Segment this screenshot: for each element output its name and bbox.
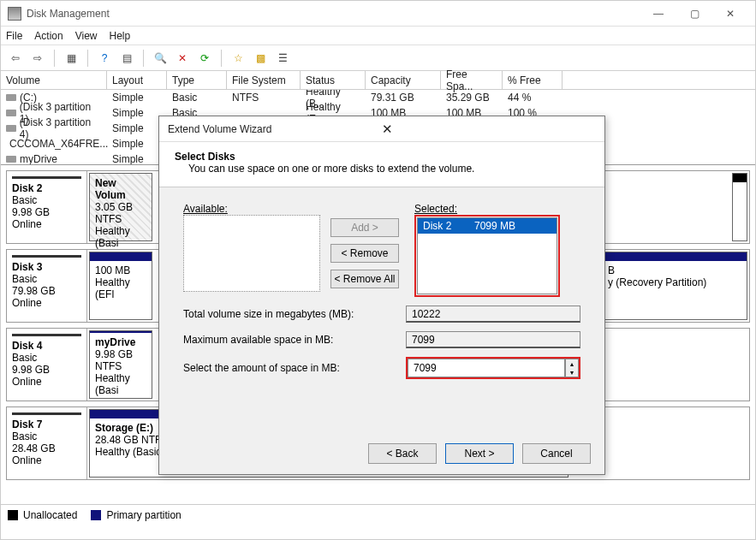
remove-button[interactable]: < Remove: [330, 244, 399, 263]
back-button[interactable]: < Back: [368, 443, 437, 464]
dialog-close-icon[interactable]: ✕: [382, 122, 596, 137]
properties-icon[interactable]: ▤: [117, 49, 136, 68]
swatch-unallocated-icon: [8, 510, 18, 520]
col-pct[interactable]: % Free: [503, 71, 563, 89]
col-type[interactable]: Type: [167, 71, 227, 89]
volume-icon: [6, 94, 16, 101]
dialog-footer: < Back Next > Cancel: [159, 433, 604, 474]
legend-primary: Primary partition: [106, 509, 181, 521]
menu-view[interactable]: View: [75, 30, 98, 42]
table-icon[interactable]: ▦: [62, 49, 80, 68]
col-status[interactable]: Status: [301, 71, 366, 89]
spin-up-icon[interactable]: ▲: [566, 359, 578, 368]
partition[interactable]: [732, 173, 747, 241]
selected-highlight: Disk 2 7099 MB: [414, 215, 560, 297]
menu-action[interactable]: Action: [34, 30, 63, 42]
open-icon[interactable]: ▩: [251, 49, 270, 68]
cancel-button[interactable]: Cancel: [522, 443, 591, 464]
volume-icon: [6, 110, 16, 116]
partition[interactable]: By (Recovery Partition): [602, 252, 747, 320]
total-size-label: Total volume size in megabytes (MB):: [183, 308, 406, 320]
partition[interactable]: 100 MBHealthy (EFI: [89, 252, 152, 320]
disk-header[interactable]: Disk 4Basic9.98 GBOnline: [7, 329, 87, 401]
dialog-title: Extend Volume Wizard: [168, 123, 382, 135]
disk-header[interactable]: Disk 3Basic79.98 GBOnline: [7, 250, 87, 322]
title-bar: Disk Management — ▢ ✕: [1, 1, 755, 27]
partition[interactable]: New Volum3.05 GB NTFSHealthy (Basi: [89, 173, 152, 241]
add-button[interactable]: Add >: [330, 218, 399, 237]
available-label: Available:: [183, 203, 320, 215]
table-row[interactable]: (C:)SimpleBasicNTFSHealthy (B...79.31 GB…: [1, 90, 755, 105]
disk-header[interactable]: Disk 7Basic28.48 GBOnline: [7, 407, 87, 479]
available-listbox[interactable]: [183, 215, 320, 292]
dialog-titlebar: Extend Volume Wizard ✕: [159, 116, 604, 142]
partition[interactable]: myDrive9.98 GB NTFSHealthy (Basi: [89, 330, 152, 399]
dialog-header: Select Disks You can use space on one or…: [159, 142, 604, 187]
refresh-icon[interactable]: ⟳: [195, 49, 214, 68]
amount-label: Select the amount of space in MB:: [183, 362, 406, 374]
close-button[interactable]: ✕: [712, 2, 748, 26]
help-icon[interactable]: ?: [95, 49, 114, 68]
max-space-label: Maximum available space in MB:: [183, 334, 406, 346]
amount-input[interactable]: [408, 359, 565, 377]
col-fs[interactable]: File System: [227, 71, 301, 89]
volume-icon: [6, 125, 16, 132]
back-icon[interactable]: ⇦: [6, 49, 25, 68]
selected-label: Selected:: [414, 203, 560, 215]
selected-item[interactable]: Disk 2 7099 MB: [418, 218, 557, 234]
window-title: Disk Management: [27, 8, 640, 20]
col-capacity[interactable]: Capacity: [366, 71, 441, 89]
remove-all-button[interactable]: < Remove All: [330, 270, 399, 288]
volume-table-header: Volume Layout Type File System Status Ca…: [1, 71, 755, 90]
volume-icon: [6, 156, 16, 163]
find-icon[interactable]: 🔍: [151, 49, 170, 68]
menu-file[interactable]: File: [6, 30, 22, 42]
swatch-primary-icon: [91, 510, 101, 520]
toolbar: ⇦ ⇨ ▦ ? ▤ 🔍 ✕ ⟳ ☆ ▩ ☰: [1, 45, 755, 71]
menu-help[interactable]: Help: [110, 30, 131, 42]
menu-bar: File Action View Help: [1, 27, 755, 45]
vol-name: myDrive: [20, 153, 57, 165]
minimize-button[interactable]: —: [640, 2, 676, 26]
disk-header[interactable]: Disk 2Basic9.98 GBOnline: [7, 171, 87, 243]
max-space-value: 7099: [406, 331, 580, 348]
col-layout[interactable]: Layout: [107, 71, 167, 89]
app-icon: [8, 7, 21, 21]
delete-icon[interactable]: ✕: [173, 49, 192, 68]
forward-icon[interactable]: ⇨: [28, 49, 47, 68]
list-icon[interactable]: ☰: [273, 49, 292, 68]
maximize-button[interactable]: ▢: [676, 2, 712, 26]
vol-name: CCCOMA_X64FRE...: [9, 138, 108, 150]
extend-volume-dialog: Extend Volume Wizard ✕ Select Disks You …: [158, 116, 605, 475]
amount-highlight: ▲ ▼: [406, 357, 580, 379]
total-size-value: 10222: [406, 306, 580, 323]
new-icon[interactable]: ☆: [229, 49, 247, 68]
legend-unallocated: Unallocated: [23, 509, 77, 521]
selected-listbox[interactable]: Disk 2 7099 MB: [417, 217, 557, 294]
legend: Unallocated Primary partition: [1, 504, 755, 525]
col-volume[interactable]: Volume: [1, 71, 107, 89]
dialog-heading: Select Disks: [175, 151, 235, 163]
next-button[interactable]: Next >: [445, 443, 514, 464]
spin-down-icon[interactable]: ▼: [566, 368, 578, 377]
dialog-subheading: You can use space on one or more disks t…: [188, 163, 474, 175]
selected-item-size: 7099 MB: [474, 220, 515, 232]
col-free[interactable]: Free Spa...: [441, 71, 503, 89]
selected-item-disk: Disk 2: [423, 220, 474, 232]
